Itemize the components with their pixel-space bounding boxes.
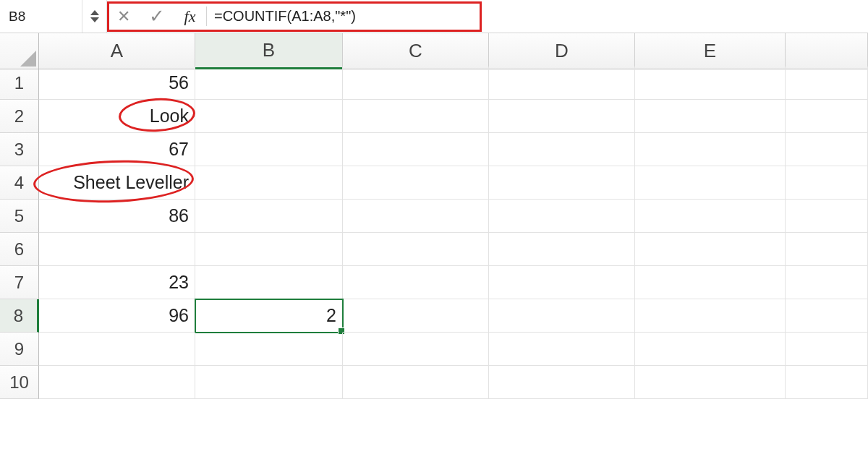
cell-A3[interactable]: 67 — [39, 133, 195, 166]
cell-E2[interactable] — [635, 100, 786, 133]
cell-B3[interactable] — [195, 133, 343, 166]
cell-B4[interactable] — [195, 166, 343, 200]
cell-A6[interactable] — [39, 233, 195, 266]
cell-A4[interactable]: Sheet Leveller — [39, 166, 195, 200]
cell-F5[interactable] — [786, 200, 868, 233]
col-header-C[interactable]: C — [343, 33, 489, 69]
cell-C10[interactable] — [343, 366, 489, 399]
cell-F7[interactable] — [786, 266, 868, 299]
cell-D3[interactable] — [489, 133, 635, 166]
col-header-A[interactable]: A — [39, 33, 195, 69]
row-header-7[interactable]: 7 — [0, 266, 39, 299]
cell-B1[interactable] — [195, 67, 343, 100]
cell-E10[interactable] — [635, 366, 786, 399]
cell-D10[interactable] — [489, 366, 635, 399]
row-header-4[interactable]: 4 — [0, 166, 39, 200]
cell-B5[interactable] — [195, 200, 343, 233]
cell-F4[interactable] — [786, 166, 868, 200]
cell-D6[interactable] — [489, 233, 635, 266]
cell-C6[interactable] — [343, 233, 489, 266]
cell-grid: A B C D E 1 56 2 Look 3 67 4 Sheet Level… — [0, 33, 868, 399]
cell-A2[interactable]: Look — [39, 100, 195, 133]
row-header-2[interactable]: 2 — [0, 100, 39, 133]
cell-A10[interactable] — [39, 366, 195, 399]
cell-F8[interactable] — [786, 299, 868, 333]
annotation-circle-look — [118, 96, 196, 133]
cell-F6[interactable] — [786, 233, 868, 266]
col-header-B[interactable]: B — [195, 33, 343, 69]
enter-icon[interactable]: ✓ — [140, 5, 174, 27]
formula-input[interactable]: =COUNTIF(A1:A8,"*") — [207, 0, 786, 33]
cell-E4[interactable] — [635, 166, 786, 200]
cell-B2[interactable] — [195, 100, 343, 133]
cell-D1[interactable] — [489, 67, 635, 100]
name-box[interactable]: B8 — [0, 0, 82, 33]
cell-E3[interactable] — [635, 133, 786, 166]
cell-B8[interactable]: 2 — [195, 299, 343, 333]
cell-C1[interactable] — [343, 67, 489, 100]
row-header-1[interactable]: 1 — [0, 67, 39, 100]
row-header-5[interactable]: 5 — [0, 200, 39, 233]
cell-D7[interactable] — [489, 266, 635, 299]
row-header-6[interactable]: 6 — [0, 233, 39, 266]
cell-C9[interactable] — [343, 333, 489, 366]
cell-A5[interactable]: 86 — [39, 200, 195, 233]
cell-E7[interactable] — [635, 266, 786, 299]
select-all-corner[interactable] — [0, 33, 39, 69]
cell-F2[interactable] — [786, 100, 868, 133]
cell-C2[interactable] — [343, 100, 489, 133]
row-header-10[interactable]: 10 — [0, 366, 39, 399]
cell-A8[interactable]: 96 — [39, 299, 195, 333]
cell-A9[interactable] — [39, 333, 195, 366]
cell-F3[interactable] — [786, 133, 868, 166]
row-header-9[interactable]: 9 — [0, 333, 39, 366]
name-box-dropdown[interactable] — [82, 0, 107, 33]
col-header-blank[interactable] — [786, 33, 868, 69]
cell-F9[interactable] — [786, 333, 868, 366]
col-header-D[interactable]: D — [489, 33, 635, 69]
cell-E6[interactable] — [635, 233, 786, 266]
cell-D4[interactable] — [489, 166, 635, 200]
cell-C3[interactable] — [343, 133, 489, 166]
cell-C8[interactable] — [343, 299, 489, 333]
cell-E8[interactable] — [635, 299, 786, 333]
cell-B10[interactable] — [195, 366, 343, 399]
cell-E1[interactable] — [635, 67, 786, 100]
cell-B7[interactable] — [195, 266, 343, 299]
cell-A7[interactable]: 23 — [39, 266, 195, 299]
cell-C7[interactable] — [343, 266, 489, 299]
cell-E9[interactable] — [635, 333, 786, 366]
fx-icon[interactable]: fx — [174, 7, 207, 26]
cell-D5[interactable] — [489, 200, 635, 233]
cell-D2[interactable] — [489, 100, 635, 133]
cell-A1[interactable]: 56 — [39, 67, 195, 100]
cell-D9[interactable] — [489, 333, 635, 366]
cell-C5[interactable] — [343, 200, 489, 233]
cell-B6[interactable] — [195, 233, 343, 266]
col-header-E[interactable]: E — [635, 33, 786, 69]
row-header-8[interactable]: 8 — [0, 299, 39, 333]
formula-bar: B8 ✕ ✓ fx =COUNTIF(A1:A8,"*") — [0, 0, 868, 33]
cell-E5[interactable] — [635, 200, 786, 233]
row-header-3[interactable]: 3 — [0, 133, 39, 166]
cell-F10[interactable] — [786, 366, 868, 399]
cell-B9[interactable] — [195, 333, 343, 366]
cancel-icon[interactable]: ✕ — [107, 7, 140, 26]
cell-C4[interactable] — [343, 166, 489, 200]
cell-F1[interactable] — [786, 67, 868, 100]
cell-D8[interactable] — [489, 299, 635, 333]
